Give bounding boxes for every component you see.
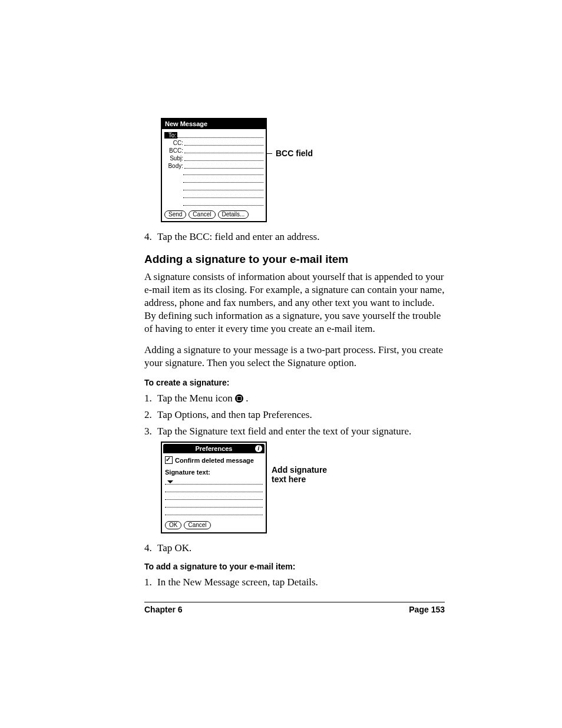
paragraph-signature-explanation: A signature consists of information abou…: [144, 271, 445, 335]
bcc-label: BCC:: [164, 147, 184, 154]
signature-text-field-line-4[interactable]: [165, 501, 263, 508]
signature-text-field-line-2[interactable]: [165, 486, 263, 492]
step-1-menu-icon: 1. Tap the Menu icon .: [144, 392, 445, 405]
preferences-title: Preferences: [196, 445, 233, 452]
step-number: 4.: [144, 542, 157, 555]
ok-button[interactable]: OK: [165, 521, 181, 529]
callout-leader-line: [266, 153, 272, 154]
paragraph-signature-twopart: Adding a signature to your message is a …: [144, 344, 445, 370]
checkbox-icon[interactable]: [165, 456, 173, 464]
new-message-screen: New Message To: CC: BCC:: [161, 118, 267, 222]
subj-label: Subj:: [164, 155, 184, 162]
step-text: Tap Options, and then tap Preferences.: [157, 409, 445, 421]
subhead-add-signature: To add a signature to your e-mail item:: [144, 562, 445, 571]
body-field-line-4[interactable]: [183, 185, 263, 190]
signature-text-field-line-5[interactable]: [165, 509, 263, 515]
signature-text-field-line-3[interactable]: [165, 493, 263, 500]
figure-preferences: Preferences i Confirm deleted message Si…: [144, 442, 445, 533]
body-field-line-5[interactable]: [183, 193, 263, 198]
footer-chapter: Chapter 6: [144, 605, 183, 614]
step-number: 4.: [144, 230, 157, 243]
info-icon[interactable]: i: [255, 445, 262, 452]
signature-text-field-line-1[interactable]: [165, 478, 263, 485]
preferences-screen: Preferences i Confirm deleted message Si…: [161, 442, 267, 533]
step-1-details: 1. In the New Message screen, tap Detail…: [144, 576, 445, 589]
bcc-field[interactable]: [184, 148, 263, 153]
step-text: Tap OK.: [157, 542, 445, 555]
signature-text-label: Signature text:: [165, 469, 263, 476]
step-text: In the New Message screen, tap Details.: [157, 576, 445, 589]
footer-page: Page 153: [409, 605, 445, 614]
body-field-line-3[interactable]: [183, 177, 263, 183]
cc-field[interactable]: [184, 140, 263, 146]
cancel-button[interactable]: Cancel: [189, 210, 215, 219]
new-message-titlebar: New Message: [162, 119, 266, 129]
cancel-button[interactable]: Cancel: [184, 521, 210, 529]
menu-icon: [235, 394, 243, 403]
step-4-bcc: 4. Tap the BCC: field and enter an addre…: [144, 230, 445, 243]
page-footer: Chapter 6 Page 153: [144, 602, 445, 614]
send-button[interactable]: Send: [164, 210, 186, 219]
section-heading-signature: Adding a signature to your e-mail item: [144, 253, 445, 266]
preferences-titlebar: Preferences i: [163, 444, 265, 453]
to-field[interactable]: [177, 133, 263, 138]
step-text: Tap the Menu icon .: [157, 392, 445, 405]
details-button[interactable]: Details...: [218, 210, 249, 219]
body-field-line-6[interactable]: [183, 200, 263, 206]
cc-label: CC:: [164, 140, 184, 146]
figure-new-message: New Message To: CC: BCC:: [144, 118, 445, 222]
step-number: 1.: [144, 576, 157, 589]
to-label[interactable]: To:: [164, 132, 177, 139]
body-label: Body:: [164, 163, 184, 169]
confirm-deleted-checkbox-row[interactable]: Confirm deleted message: [165, 456, 263, 464]
step-2-options: 2. Tap Options, and then tap Preferences…: [144, 409, 445, 421]
bcc-field-callout: BCC field: [276, 149, 313, 158]
subhead-create-signature: To create a signature:: [144, 378, 445, 387]
step-3-signature-field: 3. Tap the Signature text field and ente…: [144, 425, 445, 438]
step-4-tap-ok: 4. Tap OK.: [144, 542, 445, 555]
step-number: 2.: [144, 409, 157, 421]
new-message-title: New Message: [165, 120, 207, 127]
subj-field[interactable]: [184, 156, 263, 161]
step-number: 3.: [144, 425, 157, 438]
confirm-deleted-label: Confirm deleted message: [175, 457, 254, 464]
body-field-line-2[interactable]: [183, 170, 263, 175]
step-text: Tap the Signature text field and enter t…: [157, 425, 445, 438]
body-field-line-1[interactable]: [184, 163, 263, 169]
step-number: 1.: [144, 392, 157, 405]
step-text: Tap the BCC: field and enter an address.: [157, 230, 445, 243]
signature-callout: Add signature text here: [272, 465, 327, 484]
